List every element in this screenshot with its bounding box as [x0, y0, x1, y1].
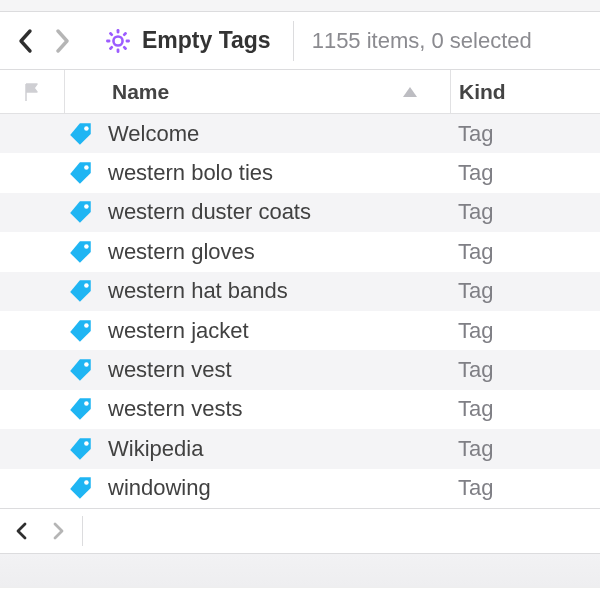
svg-point-15 [84, 323, 89, 328]
tag-icon [68, 357, 94, 383]
row-kind: Tag [450, 199, 600, 225]
row-kind: Tag [450, 357, 600, 383]
path-forward-button[interactable] [40, 513, 76, 549]
tag-list: WelcomeTagwestern bolo tiesTagwestern du… [0, 114, 600, 508]
svg-rect-8 [109, 31, 114, 36]
svg-marker-9 [403, 87, 417, 97]
table-row[interactable]: western jacketTag [0, 311, 600, 350]
chevron-left-icon [15, 521, 29, 541]
gear-icon-wrap [98, 21, 138, 61]
forward-button[interactable] [44, 23, 80, 59]
path-back-button[interactable] [4, 513, 40, 549]
tag-icon [68, 160, 94, 186]
tag-icon [68, 278, 94, 304]
row-icon-cell [0, 475, 104, 501]
row-icon-cell [0, 239, 104, 265]
table-row[interactable]: western bolo tiesTag [0, 153, 600, 192]
row-icon-cell [0, 318, 104, 344]
path-separator [82, 516, 83, 546]
flag-column-header[interactable] [0, 70, 64, 113]
status-text: 1155 items, 0 selected [312, 28, 532, 54]
row-name: western hat bands [104, 278, 450, 304]
chevron-left-icon [17, 28, 35, 54]
back-button[interactable] [8, 23, 44, 59]
row-name: western vests [104, 396, 450, 422]
page-title: Empty Tags [142, 27, 293, 54]
row-kind: Tag [450, 239, 600, 265]
row-kind: Tag [450, 278, 600, 304]
svg-point-11 [84, 165, 89, 170]
row-icon-cell [0, 278, 104, 304]
svg-rect-7 [122, 45, 127, 50]
svg-point-19 [84, 481, 89, 486]
svg-point-10 [84, 126, 89, 131]
column-header-row: Name Kind [0, 70, 600, 114]
column-spacer [64, 70, 104, 113]
bottom-area [0, 508, 600, 600]
path-bar [0, 509, 600, 553]
svg-rect-6 [109, 45, 114, 50]
row-name: western vest [104, 357, 450, 383]
sort-indicator[interactable] [390, 70, 430, 113]
svg-rect-1 [117, 29, 120, 33]
kind-column-header[interactable]: Kind [450, 70, 600, 113]
row-name: Welcome [104, 121, 450, 147]
row-icon-cell [0, 121, 104, 147]
table-row[interactable]: WelcomeTag [0, 114, 600, 153]
row-name: windowing [104, 475, 450, 501]
row-icon-cell [0, 396, 104, 422]
row-name: western bolo ties [104, 160, 450, 186]
tag-icon [68, 318, 94, 344]
window-top-edge [0, 0, 600, 12]
row-kind: Tag [450, 160, 600, 186]
row-name: Wikipedia [104, 436, 450, 462]
table-row[interactable]: western vestsTag [0, 390, 600, 429]
row-kind: Tag [450, 475, 600, 501]
table-row[interactable]: western duster coatsTag [0, 193, 600, 232]
tag-icon [68, 239, 94, 265]
svg-point-16 [84, 362, 89, 367]
table-row[interactable]: western vestTag [0, 350, 600, 389]
row-name: western duster coats [104, 199, 450, 225]
chevron-right-icon [51, 521, 65, 541]
tag-icon [68, 475, 94, 501]
bottom-white [0, 587, 600, 600]
svg-rect-3 [126, 39, 130, 42]
toolbar-separator [293, 21, 294, 61]
table-row[interactable]: western glovesTag [0, 232, 600, 271]
row-kind: Tag [450, 396, 600, 422]
row-name: western gloves [104, 239, 450, 265]
chevron-right-icon [53, 28, 71, 54]
svg-point-17 [84, 402, 89, 407]
tag-icon [68, 436, 94, 462]
name-column-header[interactable]: Name [104, 80, 390, 104]
table-row[interactable]: windowingTag [0, 469, 600, 508]
svg-rect-2 [117, 48, 120, 52]
svg-point-12 [84, 205, 89, 210]
row-icon-cell [0, 436, 104, 462]
svg-point-14 [84, 284, 89, 289]
svg-rect-5 [122, 31, 127, 36]
table-row[interactable]: WikipediaTag [0, 429, 600, 468]
bottom-strip [0, 553, 600, 587]
tag-icon [68, 121, 94, 147]
toolbar: Empty Tags 1155 items, 0 selected [0, 12, 600, 70]
row-icon-cell [0, 357, 104, 383]
row-kind: Tag [450, 318, 600, 344]
tag-icon [68, 199, 94, 225]
svg-rect-4 [106, 39, 110, 42]
flag-icon [23, 82, 41, 102]
gear-icon [105, 28, 131, 54]
svg-point-18 [84, 441, 89, 446]
tag-icon [68, 396, 94, 422]
row-name: western jacket [104, 318, 450, 344]
row-kind: Tag [450, 436, 600, 462]
table-row[interactable]: western hat bandsTag [0, 272, 600, 311]
sort-ascending-icon [402, 86, 418, 98]
row-icon-cell [0, 199, 104, 225]
row-kind: Tag [450, 121, 600, 147]
svg-point-0 [113, 36, 122, 45]
svg-point-13 [84, 244, 89, 249]
row-icon-cell [0, 160, 104, 186]
